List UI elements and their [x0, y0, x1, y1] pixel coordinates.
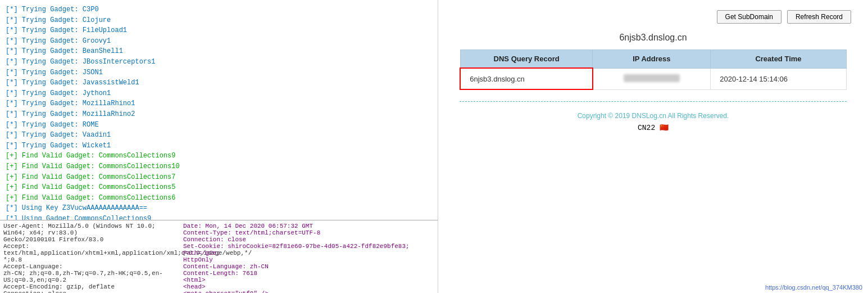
response-line: Content-Length: 7618 — [183, 270, 434, 277]
col-created-time: Created Time — [711, 50, 847, 69]
col-dns-query: DNS Query Record — [460, 50, 593, 69]
dns-record-cell: 6njsb3.dnslog.cn — [460, 68, 593, 89]
terminal-output: [*] Trying Gadget: C3P0[*] Trying Gadget… — [0, 0, 438, 220]
request-line: User-Agent: Mozilla/5.0 (Windows NT 10.0… — [3, 223, 166, 236]
left-panel: [*] Trying Gadget: C3P0[*] Trying Gadget… — [0, 0, 438, 293]
response-line: Connection: close — [183, 236, 434, 243]
response-line: Content-Language: zh-CN — [183, 263, 434, 270]
copyright-text: Copyright © 2019 DNSLog.cn All Rights Re… — [438, 107, 868, 122]
top-bar: Get SubDomain Refresh Record — [438, 0, 868, 29]
response-line: Content-Type: text/html;charset=UTF-8 — [183, 229, 434, 236]
domain-title: 6njsb3.dnslog.cn — [438, 29, 868, 49]
terminal-line: [*] Trying Gadget: MozillaRhino1 — [6, 98, 432, 109]
terminal-line: [*] Trying Gadget: Wicket1 — [6, 141, 432, 151]
bottom-link[interactable]: https://blog.csdn.net/qq_374KM380 — [765, 284, 862, 291]
flag-area: CN22 🇨🇳 — [438, 122, 868, 133]
request-line: Connection: close — [3, 290, 166, 293]
get-subdomain-button[interactable]: Get SubDomain — [717, 10, 781, 24]
http-traffic-pane: User-Agent: Mozilla/5.0 (Windows NT 10.0… — [0, 220, 438, 293]
terminal-line: [*] Trying Gadget: C3P0 — [6, 4, 432, 15]
request-line: text/html,application/xhtml+xml,applicat… — [3, 250, 166, 256]
ip-cell — [593, 68, 711, 89]
terminal-line: [*] Trying Gadget: Clojure — [6, 15, 432, 26]
terminal-line: [+] Find Valid Gadget: CommonsCollection… — [6, 193, 432, 204]
terminal-line: [+] Find Valid Gadget: CommonsCollection… — [6, 151, 432, 161]
request-line: Gecko/20100101 Firefox/83.0 — [3, 236, 166, 243]
terminal-line: [*] Trying Gadget: Groovy1 — [6, 36, 432, 47]
terminal-line: [+] Find Valid Gadget: CommonsCollection… — [6, 172, 432, 183]
dns-table: DNS Query Record IP Address Created Time… — [460, 49, 847, 90]
request-col: User-Agent: Mozilla/5.0 (Windows NT 10.0… — [3, 223, 172, 293]
terminal-line: [*] Trying Gadget: Jython1 — [6, 88, 432, 99]
ip-blurred — [624, 74, 680, 82]
response-col: Date: Mon, 14 Dec 2020 06:57:32 GMTConte… — [183, 223, 434, 293]
terminal-line: [+] Find Valid Gadget: CommonsCollection… — [6, 182, 432, 193]
table-row: 6njsb3.dnslog.cn2020-12-14 15:14:06 — [460, 68, 846, 89]
terminal-line: [*] Trying Gadget: MozillaRhino2 — [6, 109, 432, 120]
terminal-line: [*] Trying Gadget: JavassistWeld1 — [6, 78, 432, 88]
response-line: <meta charset="utf8" /> — [183, 290, 434, 293]
terminal-line: [*] Trying Gadget: FileUpload1 — [6, 25, 432, 36]
terminal-line: [*] Trying Gadget: BeanShell1 — [6, 46, 432, 57]
request-line: Accept-Language: — [3, 263, 166, 270]
right-panel: Get SubDomain Refresh Record 6njsb3.dnsl… — [438, 0, 868, 293]
refresh-record-button[interactable]: Refresh Record — [787, 10, 851, 24]
response-line: Set-Cookie: shiroCookie=82f81e60-97be-4d… — [183, 243, 434, 256]
divider — [460, 101, 847, 102]
created-time-cell: 2020-12-14 15:14:06 — [711, 68, 847, 89]
terminal-line: [*] Trying Gadget: Vaadin1 — [6, 130, 432, 141]
terminal-line: [+] Find Valid Gadget: CommonsCollection… — [6, 161, 432, 172]
col-ip-address: IP Address — [593, 50, 711, 69]
terminal-line: [*] Using Key Z3VucwAAAAAAAAAAAAA== — [6, 203, 432, 214]
response-line: HttpOnly — [183, 256, 434, 263]
response-line: Date: Mon, 14 Dec 2020 06:57:32 GMT — [183, 223, 434, 229]
terminal-line: [*] Using Gadget CommonsCollections9 — [6, 214, 432, 220]
request-line: Accept: — [3, 243, 166, 250]
terminal-line: [*] Trying Gadget: JBossInterceptors1 — [6, 57, 432, 67]
table-header-row: DNS Query Record IP Address Created Time — [460, 50, 846, 69]
request-line: zh-CN; zh;q=0.8,zh-TW;q=0.7,zh-HK;q=0.5,… — [3, 270, 166, 283]
response-line: <html> — [183, 277, 434, 283]
request-line: *;0.8 — [3, 256, 166, 263]
response-line: <head> — [183, 283, 434, 290]
terminal-line: [*] Trying Gadget: JSON1 — [6, 67, 432, 78]
request-line: Accept-Encoding: gzip, deflate — [3, 283, 166, 290]
terminal-line: [*] Trying Gadget: ROME — [6, 120, 432, 130]
